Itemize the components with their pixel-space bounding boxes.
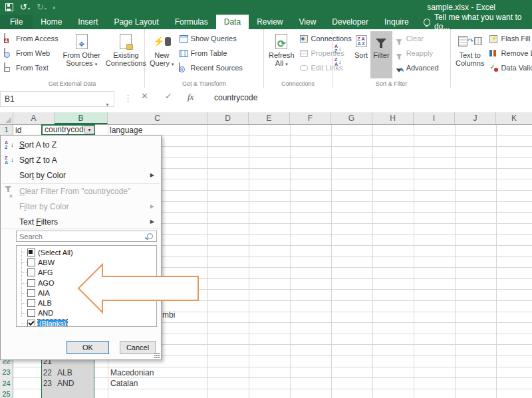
customize-qat-icon[interactable]: ⸗ <box>53 4 56 11</box>
checkbox-unchecked[interactable] <box>27 289 35 297</box>
from-text-icon <box>4 63 13 72</box>
checkbox-unchecked[interactable] <box>27 268 35 276</box>
cell-a24[interactable]: 23 <box>13 379 52 388</box>
checkbox-checked[interactable] <box>27 320 35 327</box>
formula-value[interactable]: countrycode <box>214 93 257 102</box>
column-header-h[interactable]: H <box>372 112 414 124</box>
cell-a23[interactable]: 22 <box>13 368 52 377</box>
cell-c23[interactable]: Macedonian <box>110 368 203 377</box>
ok-button[interactable]: OK <box>66 341 109 354</box>
cell-b24[interactable]: AND <box>57 379 104 388</box>
insert-function-icon[interactable]: fx <box>188 92 194 102</box>
from-text-button[interactable]: From Text <box>2 60 61 74</box>
filter-button[interactable]: Filter <box>370 31 392 78</box>
enter-entry-icon[interactable]: ✓ <box>165 91 172 101</box>
menu-filter-by-color[interactable]: Filter by Color ▶ <box>1 199 160 214</box>
list-item-select-all[interactable]: (Select All) <box>19 247 156 257</box>
sort-descending-button[interactable]: ZA↓ <box>334 57 352 66</box>
tab-review[interactable]: Review <box>249 15 291 29</box>
show-queries-button[interactable]: Show Queries <box>177 31 245 45</box>
row-header-23[interactable]: 23 <box>0 368 13 376</box>
new-query-button[interactable]: ⚡ New Query ▾ <box>147 31 177 78</box>
remove-duplicates-button[interactable]: Remove D <box>487 46 532 60</box>
column-header-k[interactable]: K <box>496 112 532 124</box>
advanced-filter-button[interactable]: ✎ Advanced <box>392 60 441 74</box>
text-to-columns-button[interactable]: ↷ Text to Columns <box>453 31 487 78</box>
sort-ascending-button[interactable]: AZ↓ <box>334 44 352 53</box>
menu-sort-by-color[interactable]: Sort by Color ▶ <box>1 168 160 183</box>
recent-sources-button[interactable]: ◷ Recent Sources <box>177 60 245 74</box>
menu-text-filters[interactable]: Text Filters ▶ <box>1 215 160 229</box>
from-table-button[interactable]: From Table <box>177 46 245 60</box>
data-validation-button[interactable]: ✓ Data Valid <box>487 60 532 74</box>
tab-page-layout[interactable]: Page Layout <box>106 15 166 29</box>
flash-fill-button[interactable]: ⚡ Flash Fill <box>487 31 532 45</box>
existing-connections-button[interactable]: Existing Connections <box>103 31 149 78</box>
column-header-d[interactable]: D <box>207 112 249 124</box>
select-all-corner[interactable] <box>0 112 13 124</box>
menu-clear-filter[interactable]: ✕ Clear Filter From "countrycode" <box>1 184 160 199</box>
advanced-filter-icon: ✎ <box>394 63 404 72</box>
column-header-i[interactable]: I <box>414 112 455 124</box>
row-header-1[interactable]: 1 <box>0 126 13 134</box>
tab-formulas[interactable]: Formulas <box>167 15 216 29</box>
redo-button[interactable]: ↻▾ <box>37 0 47 15</box>
column-header-j[interactable]: J <box>455 112 496 124</box>
column-header-a[interactable]: A <box>13 112 55 124</box>
sort-za-arrow-icon: ↓ <box>11 153 14 167</box>
tab-file[interactable]: File <box>0 15 33 29</box>
quick-access-toolbar: ↺▾ ↻▾ ⸗ <box>5 0 56 15</box>
cell-c1[interactable]: language <box>110 126 203 135</box>
row-header-25[interactable]: 25 <box>0 390 13 398</box>
save-icon[interactable] <box>5 3 13 11</box>
ribbon-tab-row: File Home Insert Page Layout Formulas Da… <box>0 15 532 29</box>
from-other-sources-button[interactable]: ✥ From Other Sources ▾ <box>61 31 103 78</box>
column-headers: A B C D E F G H I J K <box>0 112 532 125</box>
formula-bar: B1 ▼ ⋮ ✕ ✓ fx countrycode <box>0 88 532 113</box>
row-header-24[interactable]: 24 <box>0 379 13 387</box>
clear-filter-button[interactable]: Clear <box>392 31 441 45</box>
menu-sort-z-to-a[interactable]: ZA ↓ Sort Z to A <box>1 153 160 167</box>
remove-duplicates-icon <box>489 49 498 58</box>
name-box-caret-icon[interactable]: ▼ <box>105 98 110 112</box>
tab-developer[interactable]: Developer <box>324 15 376 29</box>
cancel-entry-icon[interactable]: ✕ <box>141 91 148 101</box>
checkbox-unchecked[interactable] <box>27 279 35 287</box>
column-header-e[interactable]: E <box>249 112 290 124</box>
menu-sort-a-to-z[interactable]: AZ ↓ Sort A to Z <box>1 138 160 152</box>
properties-icon <box>299 49 309 58</box>
checkbox-unchecked[interactable] <box>27 258 35 266</box>
reapply-filter-button[interactable]: Reapply <box>392 46 441 60</box>
search-input[interactable] <box>17 231 142 241</box>
cell-b23[interactable]: ALB <box>57 368 104 377</box>
cell-c24[interactable]: Catalan <box>110 379 203 388</box>
from-web-button[interactable]: From Web <box>2 46 61 60</box>
filter-search-box[interactable] <box>16 231 157 242</box>
checkbox-unchecked[interactable] <box>27 299 35 307</box>
tab-data[interactable]: Data <box>216 15 249 29</box>
filter-dropdown-button[interactable]: ▼ <box>84 126 94 134</box>
column-header-b[interactable]: B <box>55 112 108 124</box>
search-icon[interactable] <box>147 233 153 239</box>
menu-resize-grip[interactable] <box>154 353 160 358</box>
column-header-f[interactable]: F <box>290 112 331 124</box>
sort-za-icon: ZA <box>5 155 8 165</box>
tell-me-box[interactable]: Tell me what you want to do... <box>417 15 532 29</box>
tab-inquire[interactable]: Inquire <box>376 15 417 29</box>
checkbox-unchecked[interactable] <box>27 309 35 317</box>
column-header-g[interactable]: G <box>331 112 372 124</box>
name-box[interactable]: B1 ▼ <box>0 91 114 107</box>
group-get-transform: ⚡ New Query ▾ Show Queries From Table ◷ … <box>145 29 264 88</box>
tab-home[interactable]: Home <box>33 15 70 29</box>
from-access-button[interactable]: A From Access <box>2 31 61 45</box>
sort-button[interactable]: Z AA Z Sort <box>352 31 370 78</box>
undo-button[interactable]: ↺▾ <box>20 0 30 15</box>
column-header-c[interactable]: C <box>108 112 207 124</box>
lightbulb-icon <box>424 19 430 26</box>
tab-view[interactable]: View <box>291 15 325 29</box>
new-query-icon: ⚡ <box>153 33 170 50</box>
refresh-all-button[interactable]: ⟳ Refresh All ▾ <box>266 31 297 78</box>
cancel-button[interactable]: Cancel <box>120 341 156 354</box>
checkbox-indeterminate[interactable] <box>27 249 35 256</box>
tab-insert[interactable]: Insert <box>70 15 106 29</box>
